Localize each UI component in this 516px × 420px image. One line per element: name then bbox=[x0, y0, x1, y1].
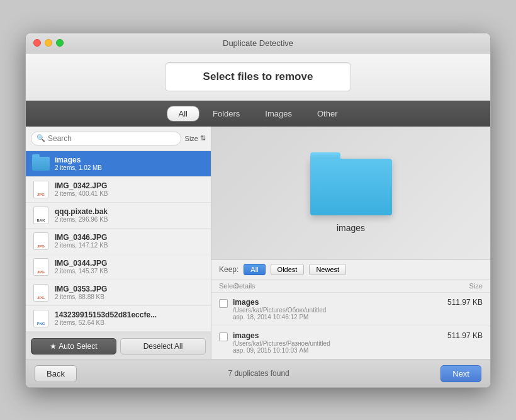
jpg-icon: JPG bbox=[32, 232, 50, 250]
file-meta: 2 items, 296.96 KB bbox=[55, 216, 205, 223]
jpg-shape: JPG bbox=[33, 258, 48, 276]
col-details-header: Details bbox=[234, 282, 432, 290]
file-meta: 2 items, 145.37 KB bbox=[55, 268, 205, 275]
search-bar: 🔍 Size ⇅ bbox=[26, 127, 211, 151]
folder-preview-icon bbox=[310, 152, 392, 215]
file-meta: 2 items, 400.41 KB bbox=[55, 190, 205, 197]
file-info: IMG_0344.JPG 2 items, 145.37 KB bbox=[55, 259, 205, 275]
window-title: Duplicate Detective bbox=[223, 38, 293, 48]
titlebar: Duplicate Detective bbox=[26, 33, 490, 54]
keep-all-button[interactable]: All bbox=[244, 264, 265, 275]
dup-checkbox-2[interactable] bbox=[219, 332, 228, 341]
auto-select-button[interactable]: ★ Auto Select bbox=[31, 338, 116, 355]
dup-size-2: 511.97 KB bbox=[432, 331, 483, 340]
dup-info-1: images /Users/kat/Pictures/Обою/untitled… bbox=[233, 298, 427, 321]
close-button[interactable] bbox=[33, 39, 41, 47]
dup-checkbox-1[interactable] bbox=[219, 299, 228, 308]
file-name: images bbox=[55, 156, 205, 164]
jpg-icon: JPG bbox=[32, 258, 50, 276]
file-name: IMG_0342.JPG bbox=[55, 181, 205, 190]
bottom-buttons: ★ Auto Select Deselect All bbox=[26, 332, 211, 360]
file-list: images 2 items, 1.02 MB JPG IMG_0342.JPG… bbox=[26, 151, 211, 332]
list-item[interactable]: JPG IMG_0342.JPG 2 items, 400.41 KB bbox=[26, 177, 211, 203]
duplicate-item: images /Users/kat/Pictures/Разное/untitl… bbox=[211, 326, 490, 360]
header-banner: Select files to remove bbox=[26, 54, 490, 101]
file-meta: 2 items, 1.02 MB bbox=[55, 164, 205, 171]
file-name: IMG_0346.JPG bbox=[55, 233, 205, 242]
tab-all[interactable]: All bbox=[167, 106, 199, 122]
duplicate-item: images /Users/kat/Pictures/Обою/untitled… bbox=[211, 293, 490, 326]
list-item[interactable]: PNG 143239915153d52d81eccfe... 2 items, … bbox=[26, 306, 211, 332]
file-meta: 2 items, 52.64 KB bbox=[55, 319, 205, 326]
next-button[interactable]: Next bbox=[440, 365, 481, 382]
main-content: 🔍 Size ⇅ images 2 items, 1.02 M bbox=[26, 127, 490, 360]
file-info: IMG_0346.JPG 2 items, 147.12 KB bbox=[55, 233, 205, 249]
file-info: IMG_0342.JPG 2 items, 400.41 KB bbox=[55, 181, 205, 197]
file-info: 143239915153d52d81eccfe... 2 items, 52.6… bbox=[55, 310, 205, 326]
file-info: IMG_0353.JPG 2 items, 88.88 KB bbox=[55, 285, 205, 300]
col-select-header: Select bbox=[219, 282, 234, 290]
back-button[interactable]: Back bbox=[35, 365, 77, 382]
dup-name-2: images bbox=[233, 331, 427, 340]
search-wrapper: 🔍 bbox=[31, 132, 181, 145]
file-info: images 2 items, 1.02 MB bbox=[55, 156, 205, 171]
file-meta: 2 items, 147.12 KB bbox=[55, 242, 205, 249]
jpg-shape: JPG bbox=[33, 232, 48, 250]
dup-date-2: авр. 09, 2015 10:10:03 AM bbox=[233, 347, 427, 354]
file-info: qqq.pixate.bak 2 items, 296.96 KB bbox=[55, 207, 205, 223]
deselect-all-button[interactable]: Deselect All bbox=[120, 338, 206, 355]
tabs-bar: All Folders Images Other bbox=[26, 101, 490, 127]
search-icon: 🔍 bbox=[36, 134, 45, 142]
folder-shape bbox=[32, 157, 50, 171]
col-size-header: Size bbox=[432, 282, 483, 290]
file-name: IMG_0353.JPG bbox=[55, 285, 205, 293]
file-meta: 2 items, 88.88 KB bbox=[55, 293, 205, 300]
preview-area: images bbox=[211, 127, 490, 259]
list-item[interactable]: JPG IMG_0353.JPG 2 items, 88.88 KB bbox=[26, 280, 211, 306]
tab-images[interactable]: Images bbox=[253, 106, 304, 122]
file-name: 143239915153d52d81eccfe... bbox=[55, 310, 205, 319]
dup-size-1: 511.97 KB bbox=[432, 298, 483, 307]
folder-icon bbox=[32, 155, 50, 173]
details-panel: Keep: All Oldest Newest Select Details S… bbox=[211, 259, 490, 360]
dup-info-2: images /Users/kat/Pictures/Разное/untitl… bbox=[233, 331, 427, 354]
bak-shape: BAK bbox=[33, 207, 48, 224]
maximize-button[interactable] bbox=[56, 39, 64, 47]
traffic-lights bbox=[33, 39, 64, 47]
keep-oldest-button[interactable]: Oldest bbox=[271, 264, 305, 275]
dup-path-2: /Users/kat/Pictures/Разное/untitled bbox=[233, 340, 427, 347]
jpg-shape: JPG bbox=[33, 284, 48, 302]
dup-name-1: images bbox=[233, 298, 427, 307]
minimize-button[interactable] bbox=[45, 39, 52, 47]
file-name: IMG_0344.JPG bbox=[55, 259, 205, 268]
folder-body bbox=[310, 159, 392, 215]
tab-other[interactable]: Other bbox=[305, 106, 350, 122]
png-icon: PNG bbox=[32, 310, 50, 327]
search-input[interactable] bbox=[48, 134, 176, 143]
list-item[interactable]: JPG IMG_0346.JPG 2 items, 147.12 KB bbox=[26, 229, 211, 254]
keep-row: Keep: All Oldest Newest bbox=[211, 260, 490, 280]
details-header: Select Details Size bbox=[211, 280, 490, 293]
keep-label: Keep: bbox=[219, 265, 238, 274]
footer-bar: Back 7 duplicates found Next bbox=[26, 360, 490, 387]
sort-label: Size bbox=[185, 135, 198, 142]
left-panel: 🔍 Size ⇅ images 2 items, 1.02 M bbox=[26, 127, 211, 360]
preview-name: images bbox=[337, 223, 365, 233]
list-item[interactable]: BAK qqq.pixate.bak 2 items, 296.96 KB bbox=[26, 203, 211, 229]
file-name: qqq.pixate.bak bbox=[55, 207, 205, 216]
dup-path-1: /Users/kat/Pictures/Обою/untitled bbox=[233, 307, 427, 314]
tab-folders[interactable]: Folders bbox=[201, 106, 252, 122]
list-item[interactable]: JPG IMG_0344.JPG 2 items, 145.37 KB bbox=[26, 254, 211, 280]
jpg-icon: JPG bbox=[32, 284, 50, 302]
right-panel: images Keep: All Oldest Newest Select De… bbox=[211, 127, 490, 360]
main-window: Duplicate Detective Select files to remo… bbox=[25, 33, 491, 388]
sort-icon: ⇅ bbox=[200, 134, 206, 142]
list-item[interactable]: images 2 items, 1.02 MB bbox=[26, 151, 211, 177]
jpg-shape: JPG bbox=[33, 181, 48, 198]
png-shape: PNG bbox=[33, 310, 48, 327]
sort-button[interactable]: Size ⇅ bbox=[185, 134, 206, 142]
keep-newest-button[interactable]: Newest bbox=[309, 264, 346, 275]
dup-date-1: авр. 18, 2014 10:46:12 PM bbox=[233, 314, 427, 321]
footer-status: 7 duplicates found bbox=[228, 369, 289, 378]
bak-icon: BAK bbox=[32, 207, 50, 224]
